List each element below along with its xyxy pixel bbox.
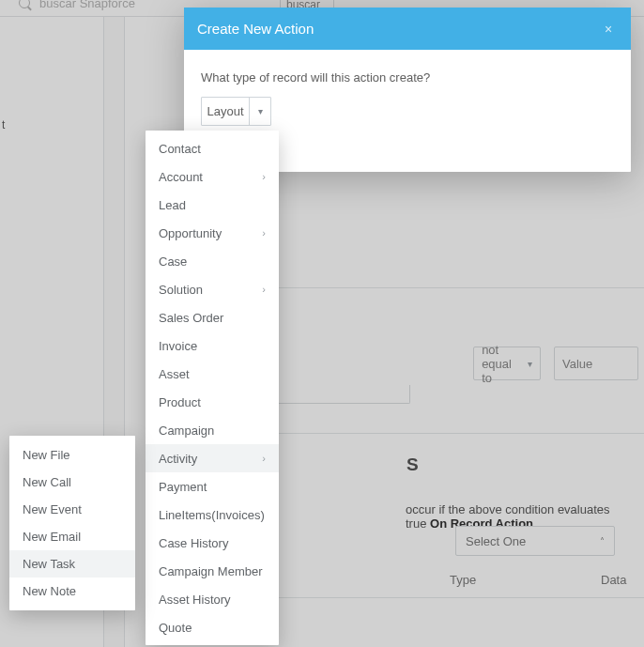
activity-submenu[interactable]: New FileNew CallNew EventNew EmailNew Ta… xyxy=(9,436,135,610)
menu-item-label: Sales Order xyxy=(159,311,223,325)
record-type-item[interactable]: Opportunity› xyxy=(146,219,279,247)
activity-item[interactable]: New Note xyxy=(9,578,135,605)
chevron-down-icon[interactable]: ▾ xyxy=(250,98,270,125)
record-type-item[interactable]: Lead xyxy=(146,191,279,219)
record-type-item[interactable]: Case xyxy=(146,247,279,275)
activity-item[interactable]: New Event xyxy=(9,496,135,523)
chevron-right-icon: › xyxy=(262,227,266,239)
record-type-item[interactable]: Solution› xyxy=(146,275,279,303)
menu-item-label: Lead xyxy=(159,198,186,212)
menu-item-label: Opportunity xyxy=(159,226,222,240)
menu-item-label: Solution xyxy=(159,283,203,297)
record-type-item[interactable]: Campaign xyxy=(146,416,279,444)
menu-item-label: Activity xyxy=(159,452,197,466)
menu-item-label: Campaign Member xyxy=(159,564,263,578)
menu-item-label: Payment xyxy=(159,480,207,494)
close-icon[interactable]: × xyxy=(599,22,618,37)
menu-item-label: Campaign xyxy=(159,424,214,438)
activity-item[interactable]: New Email xyxy=(9,523,135,550)
modal-title: Create New Action xyxy=(197,21,314,37)
activity-item[interactable]: New File xyxy=(9,441,135,469)
activity-item[interactable]: New Task xyxy=(9,550,135,578)
menu-item-label: Case xyxy=(159,254,187,269)
menu-item-label: Invoice xyxy=(159,339,197,353)
modal-question: What type of record will this action cre… xyxy=(201,70,614,85)
record-type-item[interactable]: Activity› xyxy=(146,444,279,472)
modal-body: What type of record will this action cre… xyxy=(184,50,631,143)
menu-item-label: Account xyxy=(159,170,203,184)
record-type-item[interactable]: Campaign Member xyxy=(146,557,279,585)
menu-item-label: New Note xyxy=(23,584,76,598)
record-type-item[interactable]: Account› xyxy=(146,162,279,191)
modal-header: Create New Action × xyxy=(184,8,631,50)
menu-item-label: Contact xyxy=(159,142,201,156)
menu-item-label: New File xyxy=(23,448,70,462)
menu-item-label: Asset xyxy=(159,367,190,381)
record-type-item[interactable]: Quote xyxy=(146,613,279,641)
chevron-right-icon: › xyxy=(262,453,266,464)
record-type-item[interactable]: Asset xyxy=(146,360,279,388)
record-type-item[interactable]: LineItems(Invoices) xyxy=(146,501,279,529)
record-type-item[interactable]: Sales Order xyxy=(146,303,279,331)
record-type-item[interactable]: Product xyxy=(146,388,279,416)
activity-item[interactable]: New Call xyxy=(9,469,135,496)
menu-item-label: Quote xyxy=(159,621,192,635)
menu-item-label: New Event xyxy=(23,502,82,516)
menu-item-label: Case History xyxy=(159,536,228,550)
menu-item-label: New Email xyxy=(23,530,81,544)
record-type-item[interactable]: Contact xyxy=(146,134,279,162)
menu-item-label: New Task xyxy=(23,557,75,571)
record-type-item[interactable]: Asset History xyxy=(146,585,279,613)
chevron-right-icon: › xyxy=(262,171,266,182)
menu-item-label: New Call xyxy=(23,475,71,489)
layout-picker[interactable]: Layout ▾ xyxy=(201,97,271,126)
record-type-item[interactable]: Payment xyxy=(146,472,279,501)
record-type-item[interactable]: Invoice xyxy=(146,331,279,360)
layout-button-label[interactable]: Layout xyxy=(202,98,250,125)
menu-item-label: Product xyxy=(159,395,201,409)
chevron-right-icon: › xyxy=(262,284,266,295)
menu-item-label: Asset History xyxy=(159,593,231,607)
record-type-menu[interactable]: ContactAccount›LeadOpportunity›CaseSolut… xyxy=(146,131,279,645)
record-type-item[interactable]: Case History xyxy=(146,529,279,557)
menu-item-label: LineItems(Invoices) xyxy=(159,508,265,522)
